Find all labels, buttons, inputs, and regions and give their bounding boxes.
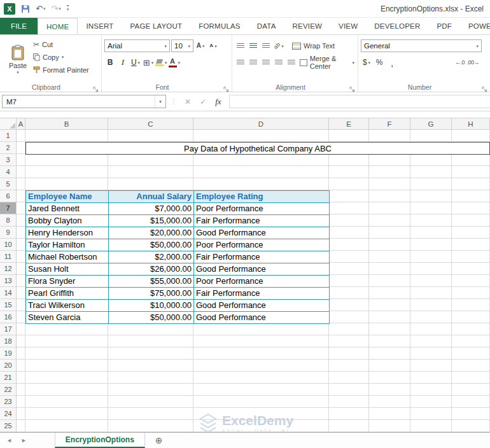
column-header-a[interactable]: A [17,118,25,129]
ribbon-tab-pdf[interactable]: PDF [428,18,460,34]
rating-cell[interactable]: Good Performance [194,227,330,239]
salary-cell[interactable]: $2,000.00 [109,251,194,263]
ribbon-tab-power[interactable]: POWER [460,18,490,34]
copy-button[interactable]: Copy▾ [33,52,89,62]
row-header-18[interactable]: 18 [0,335,16,347]
font-name-combobox[interactable]: Arial▾ [104,39,170,52]
row-header-23[interactable]: 23 [0,396,16,408]
row-header-17[interactable]: 17 [0,323,16,335]
row-header-22[interactable]: 22 [0,384,16,396]
column-header-h[interactable]: H [452,118,490,129]
name-box[interactable]: M7 ▾ [2,95,166,108]
employee-name-cell[interactable]: Flora Snyder [26,276,109,288]
name-box-dropdown-icon[interactable]: ▾ [155,95,165,108]
copy-dropdown-icon[interactable]: ▾ [62,55,64,59]
rating-cell[interactable]: Fair Performance [194,215,330,227]
bold-button[interactable]: B [104,56,116,69]
table-header-cell[interactable]: Employee Rating [194,191,330,203]
employee-name-cell[interactable]: Pearl Griffith [26,288,109,300]
sheet-tab-encryptionoptions[interactable]: EncryptionOptions [55,433,145,448]
rating-cell[interactable]: Poor Performance [194,203,330,215]
alignment-dialog-launcher[interactable] [349,84,356,90]
row-header-8[interactable]: 8 [0,214,16,227]
orientation-dropdown-icon[interactable]: ▾ [281,44,284,48]
column-header-c[interactable]: C [108,118,193,129]
row-header-19[interactable]: 19 [0,347,16,360]
font-color-dropdown-icon[interactable]: ▾ [178,60,181,65]
align-right-button[interactable] [260,56,272,69]
ribbon-tab-home[interactable]: HOME [38,18,78,35]
decrease-indent-button[interactable] [273,56,284,69]
employee-name-cell[interactable]: Steven Garcia [26,312,109,324]
ribbon-tab-insert[interactable]: INSERT [78,18,122,34]
rating-cell[interactable]: Good Performance [194,263,330,276]
font-name-dropdown-icon[interactable]: ▾ [164,44,167,48]
rating-cell[interactable]: Fair Performance [194,251,330,263]
row-header-14[interactable]: 14 [0,287,16,299]
employee-name-cell[interactable]: Henry Henderson [26,227,109,239]
sheet-nav-right-icon[interactable]: ► [21,437,27,444]
insert-function-button[interactable]: fx [215,97,221,107]
salary-cell[interactable]: $55,000.00 [109,276,194,288]
salary-cell[interactable]: $50,000.00 [109,239,194,251]
row-header-4[interactable]: 4 [0,166,16,178]
sheet-nav-left-icon[interactable]: ◄ [6,437,12,444]
table-header-cell[interactable]: Employee Name [26,191,109,203]
salary-cell[interactable]: $50,000.00 [109,312,194,324]
ribbon-tab-review[interactable]: REVIEW [284,18,331,34]
column-header-f[interactable]: F [369,118,410,129]
row-header-15[interactable]: 15 [0,299,16,311]
ribbon-tab-view[interactable]: VIEW [330,18,366,34]
employee-name-cell[interactable]: Bobby Clayton [26,215,109,227]
worksheet-title-cell[interactable]: Pay Data of Hypothetical Company ABC [25,142,490,155]
salary-cell[interactable]: $26,000.00 [109,263,194,276]
row-header-12[interactable]: 12 [0,263,16,275]
paste-dropdown-icon[interactable]: ▾ [17,70,19,74]
redo-dropdown-icon[interactable]: ▾ [59,6,61,11]
column-header-b[interactable]: B [25,118,108,129]
new-sheet-button[interactable]: ⊕ [155,433,163,448]
percent-style-button[interactable]: % [374,56,385,69]
format-painter-button[interactable]: Format Painter [33,64,89,75]
salary-cell[interactable]: $15,000.00 [109,215,194,227]
employee-name-cell[interactable]: Susan Holt [26,263,109,276]
salary-cell[interactable]: $7,000.00 [109,203,194,215]
row-header-16[interactable]: 16 [0,311,16,323]
salary-cell[interactable]: $75,000.00 [109,288,194,300]
undo-button[interactable]: ↶▾ [36,4,45,13]
undo-dropdown-icon[interactable]: ▾ [43,6,46,11]
employee-name-cell[interactable]: Jared Bennett [26,203,109,215]
underline-button[interactable]: U▾ [130,56,141,69]
row-header-20[interactable]: 20 [0,360,16,372]
align-top-button[interactable] [235,39,246,52]
table-header-cell[interactable]: Annual Salary [109,191,194,203]
align-bottom-button[interactable] [260,39,272,52]
font-color-button[interactable]: A▾ [169,56,181,69]
column-header-d[interactable]: D [193,118,329,129]
align-left-button[interactable] [235,56,246,69]
merge-center-dropdown-icon[interactable]: ▾ [352,60,354,65]
redo-button[interactable]: ↷▾ [51,4,60,13]
underline-dropdown-icon[interactable]: ▾ [138,60,141,65]
employee-name-cell[interactable]: Taylor Hamilton [26,239,109,251]
number-dialog-launcher[interactable] [482,84,488,90]
salary-cell[interactable]: $20,000.00 [109,227,194,239]
row-header-11[interactable]: 11 [0,251,16,263]
row-header-6[interactable]: 6 [0,190,16,202]
wrap-text-button[interactable]: Wrap Text [291,39,336,52]
ribbon-tab-page-layout[interactable]: PAGE LAYOUT [122,18,191,34]
column-header-g[interactable]: G [410,118,452,129]
rating-cell[interactable]: Good Performance [194,300,330,312]
row-header-10[interactable]: 10 [0,239,16,251]
row-header-9[interactable]: 9 [0,227,16,239]
column-header-e[interactable]: E [329,118,369,129]
ribbon-tab-data[interactable]: DATA [249,18,284,34]
row-header-3[interactable]: 3 [0,154,16,166]
row-header-13[interactable]: 13 [0,275,16,287]
row-header-5[interactable]: 5 [0,178,16,190]
decrease-font-size-button[interactable]: A▾ [207,39,219,52]
align-middle-button[interactable] [248,39,259,52]
clipboard-dialog-launcher[interactable] [93,84,99,90]
rating-cell[interactable]: Poor Performance [194,276,330,288]
accounting-format-button[interactable]: $▾ [361,56,372,69]
